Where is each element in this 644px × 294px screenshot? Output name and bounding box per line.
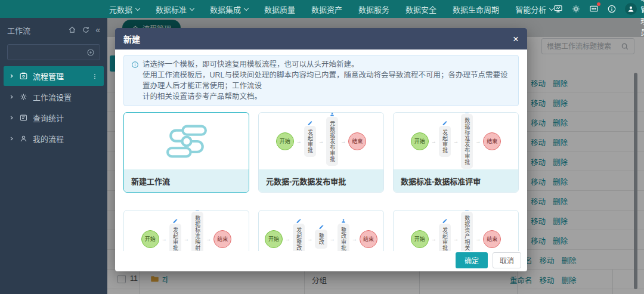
- flow-task-node: 整改: [315, 230, 327, 249]
- arrow-icon: →: [340, 138, 346, 144]
- topnav-menu-item-1[interactable]: 元数据: [109, 4, 140, 15]
- flow-end-node: 结束: [348, 132, 366, 150]
- flow-task-node: 发起审批: [439, 224, 451, 252]
- arrow-icon: →: [162, 236, 167, 242]
- collapse-icon[interactable]: «: [95, 26, 100, 34]
- add-circle-icon[interactable]: [86, 48, 95, 57]
- more-options-icon[interactable]: [91, 73, 98, 80]
- sidebar-menu: 流程管理工作流设置查询统计我的流程: [0, 66, 107, 148]
- sidebar-title: 工作流: [7, 24, 30, 36]
- sidebar-item-3[interactable]: 查询统计: [4, 108, 104, 128]
- template-card-1[interactable]: 新建工作流: [123, 112, 249, 193]
- template-card-3[interactable]: 开始→发起审批→数据标准发布审批→结束数据标准-数据标准评审: [393, 112, 519, 193]
- topnav-menu-label: 数据服务: [358, 4, 389, 15]
- task-label: 数据标准映射审批: [194, 215, 200, 252]
- task-label: 发起审批: [442, 129, 448, 153]
- flow-icon: [19, 72, 28, 81]
- new-workflow-modal: 新建 × 请选择一个模板，即可快速复用模板流程，也可以从头开始新建。 使用工作流…: [115, 28, 527, 271]
- sidebar-item-4[interactable]: 我的流程: [4, 129, 104, 148]
- sidebar-item-1[interactable]: 流程管理: [4, 66, 104, 86]
- template-card-2[interactable]: 开始→发起审批→元数据发布审批→结束元数据-元数据发布审批: [258, 112, 384, 193]
- topnav-menu-item-8[interactable]: 数据生命周期: [453, 4, 499, 15]
- card-flow-preview: 开始→发起整改→整改→整改审批→结束: [259, 211, 383, 251]
- flow-task-node: 数据标准发布审批: [461, 114, 473, 169]
- topnav-menu-item-5[interactable]: 数据资产: [311, 4, 342, 15]
- task-label: 整改: [318, 233, 324, 245]
- template-cards-viewport: 新建工作流开始→发起审批→元数据发布审批→结束元数据-元数据发布审批开始→发起审…: [123, 112, 519, 251]
- sidebar-item-label: 查询统计: [33, 112, 64, 123]
- pencil-icon: [442, 218, 447, 224]
- modal-footer: 确定 取消: [115, 251, 527, 271]
- user-icon: [465, 112, 470, 114]
- pencil-icon: [172, 218, 178, 224]
- task-label: 发起审批: [442, 227, 448, 251]
- flow-end-node: 结束: [483, 230, 501, 248]
- flow-task-node: 整改审批: [338, 224, 349, 252]
- sidebar-item-2[interactable]: 工作流设置: [4, 87, 104, 107]
- template-card-4[interactable]: 开始→发起审批→数据标准映射审批→结束: [123, 210, 249, 251]
- topnav-menu-item-7[interactable]: 数据安全: [405, 4, 436, 15]
- card-title: 数据标准-数据标准评审: [394, 169, 518, 192]
- monitor-icon[interactable]: [553, 4, 563, 14]
- home-icon[interactable]: [68, 26, 76, 34]
- topnav-menu-label: 数据安全: [405, 4, 436, 15]
- sidebar-search-input[interactable]: [13, 48, 86, 57]
- arrow-icon: →: [184, 236, 189, 242]
- arrow-icon: →: [453, 236, 459, 242]
- template-card-6[interactable]: 开始→发起审批→数据资产相关审批→结束: [393, 210, 519, 251]
- sidebar-item-label: 流程管理: [33, 70, 64, 82]
- chevron-down-icon: [190, 5, 194, 10]
- flow-start-node: 开始: [141, 230, 159, 248]
- report-icon: [19, 113, 28, 122]
- chevron-right-icon: [9, 136, 14, 141]
- info-icon: [131, 61, 139, 69]
- refresh-icon[interactable]: [82, 26, 90, 34]
- chevron-down-icon: [244, 5, 249, 10]
- user-icon: [19, 134, 28, 143]
- sidebar-item-label: 工作流设置: [33, 91, 72, 103]
- arrow-icon: →: [206, 236, 211, 242]
- pencil-icon: [307, 120, 312, 126]
- info-box: 请选择一个模板，即可快速复用模板流程，也可以从头开始新建。 使用工作流模板后，U…: [123, 55, 519, 106]
- modal-header: 新建 ×: [115, 28, 527, 49]
- close-icon[interactable]: ×: [513, 34, 519, 44]
- pencil-icon: [318, 224, 324, 230]
- message-icon[interactable]: [589, 4, 599, 14]
- card-flow-preview: 开始→发起审批→元数据发布审批→结束: [259, 113, 383, 169]
- topnav-menu-label: 数据生命周期: [453, 4, 499, 15]
- user-icon: [195, 210, 200, 212]
- flow-task-node: 发起整改: [293, 224, 305, 252]
- topnav-menu-label: 数据标准: [156, 4, 187, 15]
- card-flow-preview: 开始→发起审批→数据资产相关审批→结束: [394, 211, 518, 251]
- task-label: 发起整改: [296, 227, 302, 251]
- confirm-button[interactable]: 确定: [456, 252, 488, 268]
- user-menu[interactable]: 超级管理员: [625, 0, 644, 38]
- template-card-5[interactable]: 开始→发起整改→整改→整改审批→结束: [258, 210, 384, 251]
- topnav-menu-item-6[interactable]: 数据服务: [358, 4, 389, 15]
- flow-task-node: 发起审批: [169, 224, 181, 252]
- chevron-right-icon: [9, 73, 14, 79]
- topnav-menu-item-4[interactable]: 数据质量: [264, 4, 295, 15]
- topnav-menu-label: 数据质量: [264, 4, 295, 15]
- topnav-menu-item-3[interactable]: 数据集成: [210, 4, 248, 15]
- topnav-menu-item-9[interactable]: 智能分析: [515, 4, 553, 15]
- topnav-menu-item-2[interactable]: 数据标准: [156, 4, 194, 15]
- avatar: [625, 3, 637, 15]
- info-text: 使用工作流模板后，URL与模块间处理的脚本内容均已内置，随意改动将会导致流程不可…: [131, 70, 511, 91]
- arrow-icon: →: [475, 236, 481, 242]
- new-workflow-icon: [163, 123, 210, 159]
- arrow-icon: →: [285, 236, 290, 242]
- info-icon[interactable]: [607, 4, 617, 14]
- top-navigation-bar: 元数据数据标准数据集成数据质量数据资产数据服务数据安全数据生命周期智能分析 超级…: [0, 0, 644, 18]
- info-text: 请选择一个模板，即可快速复用模板流程，也可以从头开始新建。: [143, 59, 359, 70]
- info-text: 计的相关设置请参考产品帮助文档。: [131, 91, 511, 102]
- task-label: 发起审批: [172, 227, 178, 251]
- flow-task-node: 发起审批: [304, 126, 316, 157]
- gear-icon[interactable]: [571, 4, 581, 14]
- user-icon: [340, 218, 346, 224]
- template-cards-grid: 新建工作流开始→发起审批→元数据发布审批→结束元数据-元数据发布审批开始→发起审…: [123, 112, 519, 251]
- card-title: 新建工作流: [124, 169, 249, 192]
- chevron-down-icon: [135, 5, 140, 10]
- topnav-menu: 元数据数据标准数据集成数据质量数据资产数据服务数据安全数据生命周期智能分析: [109, 4, 553, 15]
- cancel-button[interactable]: 取消: [493, 252, 521, 268]
